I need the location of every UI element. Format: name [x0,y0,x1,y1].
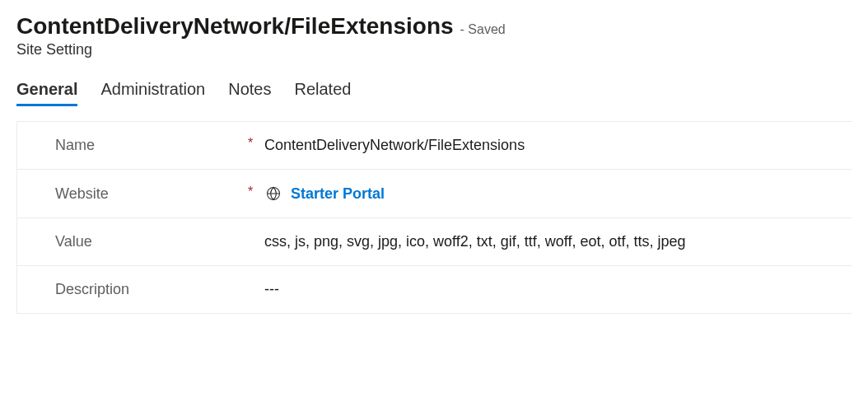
name-value[interactable]: ContentDeliveryNetwork/FileExtensions [264,137,852,154]
tab-notes[interactable]: Notes [228,80,271,106]
field-row-value: Value * css, js, png, svg, jpg, ico, wof… [17,218,852,266]
value-value[interactable]: css, js, png, svg, jpg, ico, woff2, txt,… [264,233,852,250]
field-label-wrap: Description * [55,281,264,298]
field-row-description: Description * --- [17,266,852,314]
tab-related[interactable]: Related [294,80,351,106]
website-link[interactable]: Starter Portal [291,185,385,203]
description-value[interactable]: --- [264,281,852,298]
tab-bar: General Administration Notes Related [16,80,852,106]
required-indicator: * [248,185,256,199]
description-label: Description [55,281,248,298]
tab-general[interactable]: General [16,80,77,106]
page-header: ContentDeliveryNetwork/FileExtensions - … [16,13,852,40]
field-label-wrap: Value * [55,233,264,250]
save-status: - Saved [460,22,506,37]
required-indicator: * [248,137,256,150]
website-label: Website [55,185,248,203]
name-label: Name [55,137,248,154]
field-row-name: Name * ContentDeliveryNetwork/FileExtens… [17,122,852,170]
field-label-wrap: Website * [55,185,264,203]
field-row-website: Website * Starter Portal [17,170,852,218]
globe-icon [264,185,282,203]
field-label-wrap: Name * [55,137,264,154]
tab-administration[interactable]: Administration [100,80,205,106]
page-title: ContentDeliveryNetwork/FileExtensions [16,13,454,40]
entity-type-label: Site Setting [16,41,852,58]
website-value-wrap[interactable]: Starter Portal [264,185,852,203]
form-panel: Name * ContentDeliveryNetwork/FileExtens… [16,121,852,314]
value-label: Value [55,233,248,250]
